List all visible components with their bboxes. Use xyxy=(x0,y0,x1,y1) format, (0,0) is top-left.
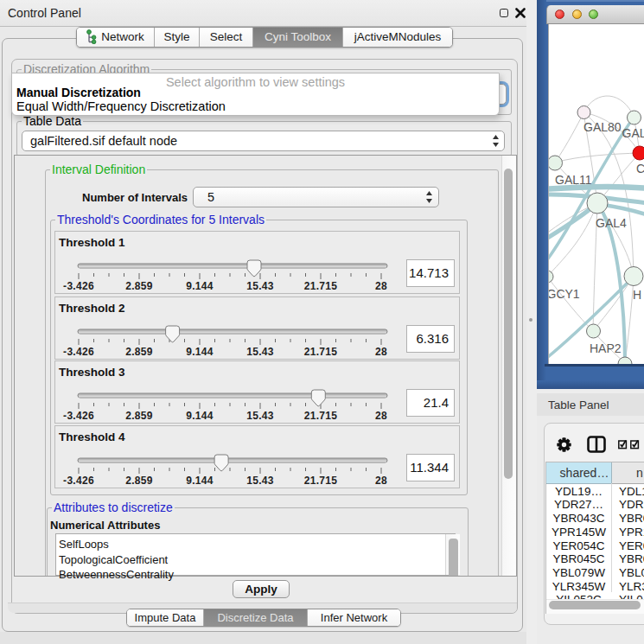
svg-text:H: H xyxy=(633,288,641,302)
svg-text:GAL: GAL xyxy=(622,126,644,140)
svg-text:GAL4: GAL4 xyxy=(596,216,627,230)
svg-text:C: C xyxy=(636,162,644,175)
svg-text:HAP2: HAP2 xyxy=(590,341,622,355)
svg-text:GAL11: GAL11 xyxy=(555,173,592,187)
svg-text:GAL80: GAL80 xyxy=(583,120,622,134)
svg-text:GCY1: GCY1 xyxy=(549,287,580,301)
